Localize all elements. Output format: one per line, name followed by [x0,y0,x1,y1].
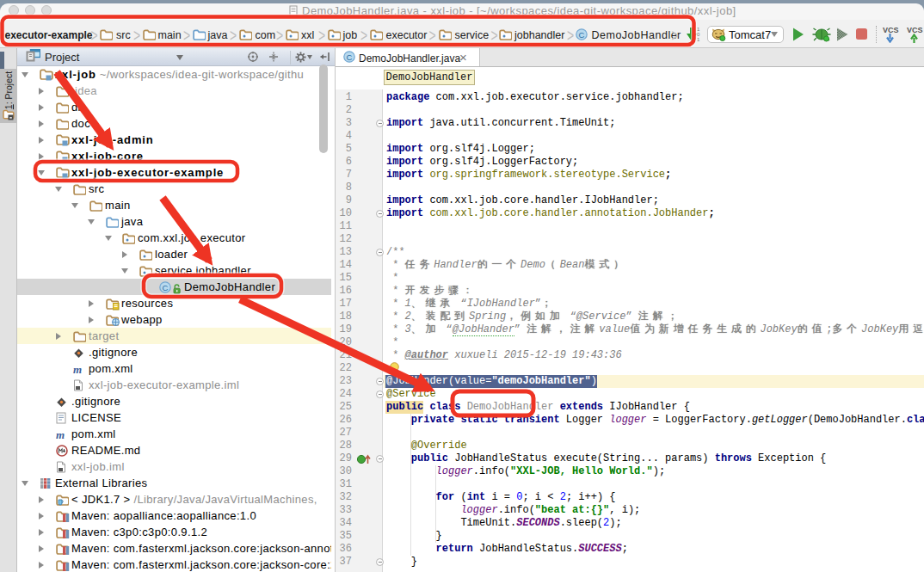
svg-text:C: C [347,52,353,62]
svg-text:C: C [163,283,169,292]
svg-text:C: C [579,30,585,40]
